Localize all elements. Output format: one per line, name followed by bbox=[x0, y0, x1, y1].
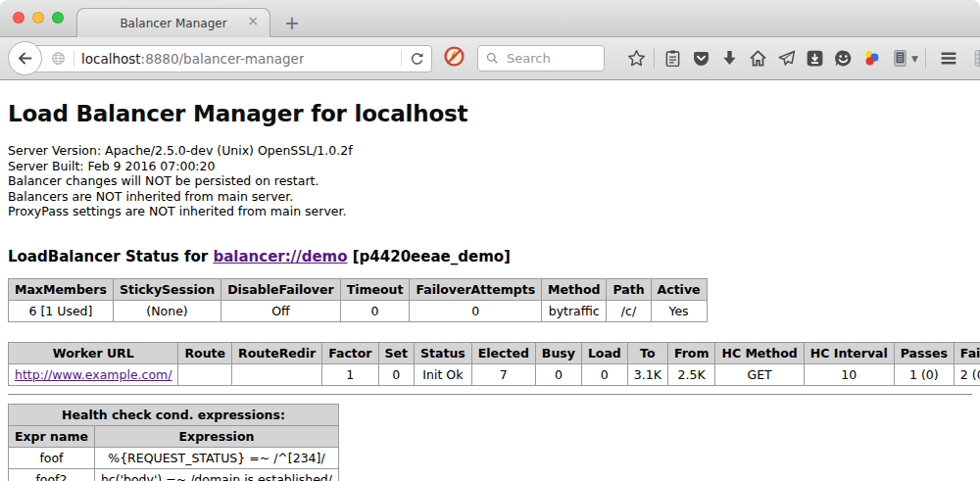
table-header-row: MaxMembers StickySession DisableFailover… bbox=[9, 278, 708, 300]
column-header: RouteRedir bbox=[232, 342, 322, 363]
send-icon bbox=[776, 48, 797, 69]
cell-method: bytraffic bbox=[542, 300, 607, 321]
pocket-icon bbox=[691, 48, 711, 69]
loadbalancer-status-heading: LoadBalancer Status for balancer://demo … bbox=[8, 248, 972, 265]
video-download-icon bbox=[805, 48, 825, 69]
column-header: HC Method bbox=[715, 342, 804, 363]
column-header: Status bbox=[415, 342, 472, 363]
server-version-line: Server Version: Apache/2.5.0-dev (Unix) … bbox=[8, 143, 972, 159]
browser-window: Balancer Manager × + localhost:8880/bala… bbox=[0, 0, 980, 481]
column-header: DisableFailover bbox=[221, 278, 340, 300]
inherit-notice-line: Balancers are NOT inherited from main se… bbox=[8, 189, 972, 205]
cell-expression: hc('body') =~ /domain is established/ bbox=[94, 468, 338, 481]
column-header: Load bbox=[581, 342, 627, 363]
column-header: Expression bbox=[94, 425, 338, 447]
cell-failoverattempts: 0 bbox=[410, 300, 542, 321]
color-dots-extension-button[interactable] bbox=[860, 48, 882, 70]
persist-notice-line: Balancer changes will NOT be persisted o… bbox=[8, 173, 972, 189]
proxypass-notice-line: ProxyPass settings are NOT inherited fro… bbox=[8, 204, 972, 219]
url-bar[interactable]: localhost:8880/balancer-manager bbox=[25, 45, 432, 72]
globe-icon bbox=[50, 50, 67, 67]
cell-factor: 1 bbox=[322, 363, 378, 385]
cell-timeout: 0 bbox=[340, 300, 410, 321]
column-header: StickySession bbox=[113, 278, 220, 300]
zoom-window-button[interactable] bbox=[52, 12, 64, 24]
close-window-button[interactable] bbox=[13, 12, 24, 24]
tab-tiles-button[interactable] bbox=[972, 48, 980, 70]
navigation-toolbar: localhost:8880/balancer-manager bbox=[0, 37, 980, 80]
cell-to: 3.1K bbox=[627, 363, 667, 385]
column-header: Worker URL bbox=[9, 342, 178, 363]
cell-path: /c/ bbox=[607, 300, 651, 321]
send-tab-button[interactable] bbox=[775, 48, 797, 70]
table-row: foof %{REQUEST_STATUS} =~ /^[234]/ bbox=[9, 447, 339, 468]
url-separator bbox=[74, 50, 74, 67]
column-header: Timeout bbox=[340, 278, 410, 300]
column-header: MaxMembers bbox=[9, 278, 114, 300]
dropdown-caret-icon[interactable]: ▼ bbox=[911, 54, 918, 64]
worker-table: Worker URL Route RouteRedir Factor Set S… bbox=[8, 342, 980, 386]
health-check-table: Health check cond. expressions: Expr nam… bbox=[8, 404, 339, 481]
cell-elected: 7 bbox=[471, 363, 535, 385]
video-download-button[interactable] bbox=[804, 48, 825, 70]
reload-button[interactable] bbox=[409, 50, 425, 67]
column-header: Factor bbox=[322, 342, 378, 363]
cell-expression: %{REQUEST_STATUS} =~ /^[234]/ bbox=[94, 447, 338, 468]
page-title: Load Balancer Manager for localhost bbox=[8, 101, 972, 126]
cell-load: 0 bbox=[581, 363, 627, 385]
cell-from: 2.5K bbox=[667, 363, 715, 385]
menu-button[interactable] bbox=[938, 48, 959, 70]
cell-maxmembers: 6 [1 Used] bbox=[9, 300, 114, 321]
cell-passes: 1 (0) bbox=[894, 363, 954, 385]
tab-bar: Balancer Manager × + bbox=[0, 0, 980, 37]
server-built-line: Server Built: Feb 9 2016 07:00:20 bbox=[8, 159, 972, 174]
flashblock-icon[interactable] bbox=[443, 45, 466, 72]
balancer-demo-link[interactable]: balancer://demo bbox=[213, 248, 347, 265]
reload-icon bbox=[409, 50, 425, 67]
downloads-button[interactable] bbox=[718, 48, 740, 70]
status-prefix: LoadBalancer Status for bbox=[8, 248, 213, 265]
back-button[interactable] bbox=[8, 41, 42, 75]
table-header-row: Expr name Expression bbox=[9, 425, 339, 447]
worker-url-link[interactable]: http://www.example.com/ bbox=[15, 367, 172, 382]
column-header: Method bbox=[542, 278, 607, 300]
search-icon bbox=[485, 51, 500, 66]
column-header: Passes bbox=[894, 342, 954, 363]
table-title-row: Health check cond. expressions: bbox=[9, 404, 339, 425]
minimize-window-button[interactable] bbox=[32, 12, 44, 24]
search-bar[interactable] bbox=[477, 45, 605, 72]
health-table-title: Health check cond. expressions: bbox=[9, 404, 339, 425]
toolbar-separator bbox=[925, 48, 926, 69]
chat-extension-button[interactable] bbox=[832, 48, 854, 70]
close-tab-icon[interactable]: × bbox=[247, 14, 259, 27]
column-header: Path bbox=[607, 278, 651, 300]
tab-balancer-manager[interactable]: Balancer Manager × bbox=[76, 8, 270, 37]
window-controls bbox=[13, 12, 64, 24]
new-tab-button[interactable]: + bbox=[284, 14, 300, 32]
bookmark-button[interactable] bbox=[625, 48, 647, 70]
cell-routeredir bbox=[232, 363, 322, 385]
cell-hc-interval: 10 bbox=[804, 363, 894, 385]
cell-status: Init Ok bbox=[415, 363, 472, 385]
column-header: Elected bbox=[471, 342, 535, 363]
clipper-extension-button[interactable] bbox=[889, 48, 910, 70]
url-text: localhost:8880/balancer-manager bbox=[81, 51, 304, 67]
cell-expr-name: foof2 bbox=[9, 468, 95, 481]
cell-expr-name: foof bbox=[9, 447, 95, 468]
search-input[interactable] bbox=[505, 50, 597, 67]
cell-hc-method: GET bbox=[715, 363, 804, 385]
column-header: To bbox=[627, 342, 667, 363]
table-row: foof2 hc('body') =~ /domain is establish… bbox=[9, 468, 339, 481]
column-header: Busy bbox=[535, 342, 581, 363]
divider bbox=[8, 394, 972, 396]
column-header: Set bbox=[378, 342, 414, 363]
reading-list-button[interactable] bbox=[662, 48, 683, 70]
cell-active: Yes bbox=[651, 300, 707, 321]
table-row: 6 [1 Used] (None) Off 0 0 bytraffic /c/ … bbox=[9, 300, 708, 321]
home-button[interactable] bbox=[747, 48, 768, 70]
clipper-icon bbox=[890, 48, 910, 69]
tab-title: Balancer Manager bbox=[120, 17, 226, 30]
cell-disablefailover: Off bbox=[221, 300, 340, 321]
pocket-button[interactable] bbox=[690, 48, 711, 70]
bookmark-star-icon bbox=[626, 48, 647, 69]
